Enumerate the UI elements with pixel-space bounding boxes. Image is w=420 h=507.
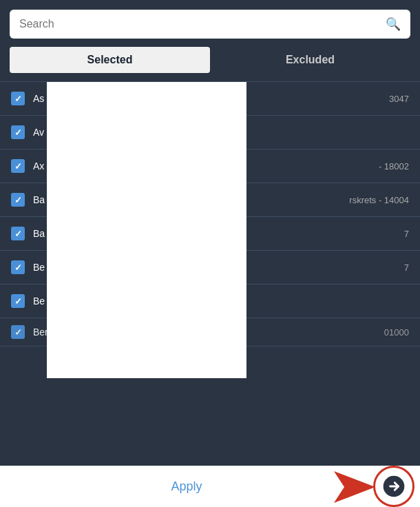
tabs-row: Selected Excluded [10,47,410,73]
item-suffix-5: 7 [404,229,409,239]
item-suffix-1: 3047 [389,94,409,104]
checkbox-6[interactable] [11,260,25,274]
checkbox-2[interactable] [11,125,25,139]
checkbox-3[interactable] [11,159,25,173]
item-suffix-3: - 18002 [379,161,409,172]
item-suffix-8: 01000 [384,327,409,338]
main-container: 🔍 Selected Excluded As 3047 Av Ax - 1800… [0,0,420,507]
checkbox-1[interactable] [11,92,25,105]
bottom-bar: Apply [0,466,420,507]
search-bar: 🔍 [10,10,410,39]
white-overlay [47,82,246,378]
tab-selected[interactable]: Selected [10,47,210,73]
item-suffix-4: rskrets - 14004 [349,195,409,205]
checkbox-8[interactable] [11,325,25,339]
checkbox-4[interactable] [11,193,25,207]
checkbox-7[interactable] [11,294,25,308]
checkbox-5[interactable] [11,227,25,240]
apply-button[interactable]: Apply [0,466,373,507]
item-suffix-6: 7 [404,262,409,273]
tab-excluded[interactable]: Excluded [210,47,410,73]
search-icon: 🔍 [386,17,401,32]
arrow-circle-button[interactable] [373,466,414,507]
list: As 3047 Av Ax - 18002 Ba rskrets - 14004… [0,82,420,466]
arrow-right-icon [383,475,405,497]
search-input[interactable] [19,18,380,30]
